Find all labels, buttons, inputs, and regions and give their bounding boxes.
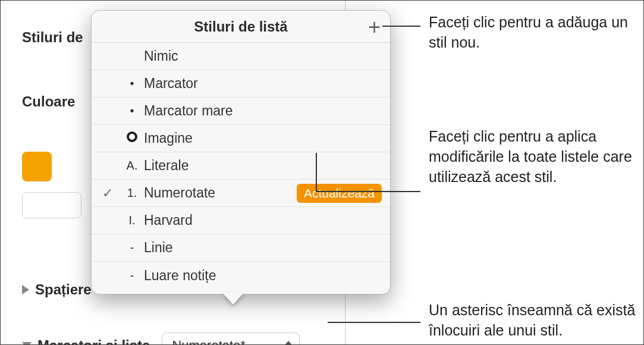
- list-style-item[interactable]: ✓1.NumerotateActualizează: [92, 180, 390, 207]
- bullets-lists-label: Marcatori și liste: [37, 337, 150, 345]
- list-style-item[interactable]: Nimic: [92, 43, 390, 70]
- leader-line: [316, 191, 420, 192]
- list-style-item-label: Luare notițe: [144, 268, 382, 284]
- blank-button[interactable]: [22, 192, 81, 218]
- list-style-item[interactable]: •Marcator: [92, 70, 390, 98]
- chevron-right-icon[interactable]: [22, 285, 29, 294]
- update-style-button[interactable]: Actualizează: [297, 184, 382, 203]
- list-style-item-label: Literale: [144, 158, 382, 174]
- bullet-preview: A.: [120, 159, 144, 172]
- list-style-item-label: Linie: [144, 240, 382, 256]
- bullet-preview: I.: [120, 214, 144, 227]
- bullet-preview: •: [120, 104, 144, 118]
- popover-header: Stiluri de listă +: [92, 11, 390, 43]
- stepper-icon: [285, 341, 292, 345]
- list-style-item-label: Imagine: [144, 130, 382, 146]
- leader-line: [328, 322, 420, 323]
- list-style-item[interactable]: -Linie: [92, 234, 390, 262]
- popover-list: Nimic•Marcator•Marcator mareImagineA.Lit…: [92, 43, 390, 289]
- leader-line: [316, 153, 317, 191]
- align-left-icon: [29, 159, 39, 175]
- list-style-item-label: Marcator mare: [144, 103, 382, 119]
- list-style-item[interactable]: A.Literale: [92, 152, 390, 180]
- list-style-item-label: Nimic: [144, 48, 382, 64]
- list-style-dropdown[interactable]: Numerotate*: [162, 333, 300, 345]
- bullet-preview: •: [120, 77, 144, 90]
- list-style-item[interactable]: •Marcator mare: [92, 98, 390, 125]
- list-style-item[interactable]: Imagine: [92, 125, 390, 152]
- leader-line: [382, 26, 420, 27]
- align-left-button[interactable]: [22, 152, 52, 181]
- add-style-button[interactable]: +: [368, 17, 381, 38]
- checkmark-icon: ✓: [102, 186, 120, 201]
- list-style-item-label: Numerotate: [144, 185, 297, 201]
- list-style-item[interactable]: -Luare notițe: [92, 262, 390, 289]
- list-style-item-label: Harvard: [144, 212, 382, 228]
- callout-update-style: Faceți clic pentru a aplica modificările…: [429, 127, 640, 187]
- list-style-item-label: Marcator: [144, 76, 382, 92]
- callout-asterisk: Un asterisc înseamnă că există înlocuiri…: [429, 300, 640, 341]
- callout-add-style: Faceți clic pentru a adăuga un stil nou.: [429, 12, 631, 53]
- bullet-preview: -: [120, 241, 144, 255]
- bullet-preview: -: [120, 269, 144, 283]
- list-style-item[interactable]: I.Harvard: [92, 207, 390, 234]
- popover-title: Stiluri de listă: [194, 18, 287, 35]
- bullet-preview: [120, 131, 144, 145]
- chevron-down-icon[interactable]: [22, 342, 32, 345]
- spacing-label: Spațiere: [35, 281, 92, 298]
- list-styles-popover: Stiluri de listă + Nimic•Marcator•Marcat…: [91, 10, 391, 294]
- list-style-dropdown-value: Numerotate*: [172, 338, 246, 345]
- ring-icon: [127, 131, 137, 142]
- bullet-preview: 1.: [120, 186, 144, 200]
